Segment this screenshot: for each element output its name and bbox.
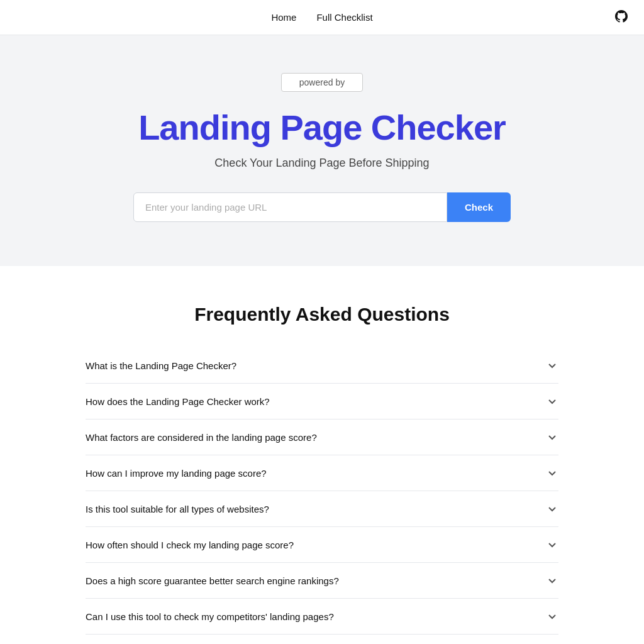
powered-by-text: powered by xyxy=(299,77,345,87)
faq-title: Frequently Asked Questions xyxy=(86,304,558,325)
faq-section: Frequently Asked Questions What is the L… xyxy=(70,266,574,644)
faq-item[interactable]: Is this tool suitable for all types of w… xyxy=(86,491,558,527)
faq-item[interactable]: Does a high score guarantee better searc… xyxy=(86,563,558,599)
chevron-down-icon xyxy=(546,610,558,623)
chevron-down-icon xyxy=(546,574,558,587)
nav-full-checklist[interactable]: Full Checklist xyxy=(316,12,372,23)
chevron-down-icon xyxy=(546,359,558,372)
powered-by-badge: powered by xyxy=(281,73,363,92)
faq-question: How often should I check my landing page… xyxy=(86,540,294,550)
url-input[interactable] xyxy=(133,192,447,222)
search-row: Check xyxy=(133,192,511,222)
github-icon[interactable] xyxy=(614,9,629,26)
faq-question: What factors are considered in the landi… xyxy=(86,432,317,443)
faq-item[interactable]: How can I improve my landing page score? xyxy=(86,455,558,491)
check-button[interactable]: Check xyxy=(447,192,511,222)
hero-section: powered by Landing Page Checker Check Yo… xyxy=(0,35,644,266)
faq-item[interactable]: Can I use this tool to check my competit… xyxy=(86,599,558,635)
faq-question: How can I improve my landing page score? xyxy=(86,468,267,479)
faq-question: Does a high score guarantee better searc… xyxy=(86,575,339,586)
chevron-down-icon xyxy=(546,502,558,515)
hero-subtitle: Check Your Landing Page Before Shipping xyxy=(15,157,629,170)
faq-item[interactable]: What factors are considered in the landi… xyxy=(86,419,558,455)
faq-question: What is the Landing Page Checker? xyxy=(86,360,236,371)
nav-links: Home Full Checklist xyxy=(271,12,372,23)
faq-question: Is this tool suitable for all types of w… xyxy=(86,504,269,514)
chevron-down-icon xyxy=(546,431,558,443)
faq-question: How does the Landing Page Checker work? xyxy=(86,396,270,407)
faq-item[interactable]: How often should I check my landing page… xyxy=(86,527,558,563)
faq-list: What is the Landing Page Checker? How do… xyxy=(86,348,558,635)
nav-home[interactable]: Home xyxy=(271,12,296,23)
hero-title: Landing Page Checker xyxy=(15,107,629,148)
faq-question: Can I use this tool to check my competit… xyxy=(86,611,334,622)
chevron-down-icon xyxy=(546,467,558,479)
chevron-down-icon xyxy=(546,395,558,408)
faq-item[interactable]: How does the Landing Page Checker work? xyxy=(86,384,558,419)
navbar: Home Full Checklist xyxy=(0,0,644,35)
chevron-down-icon xyxy=(546,538,558,551)
faq-item[interactable]: What is the Landing Page Checker? xyxy=(86,348,558,384)
